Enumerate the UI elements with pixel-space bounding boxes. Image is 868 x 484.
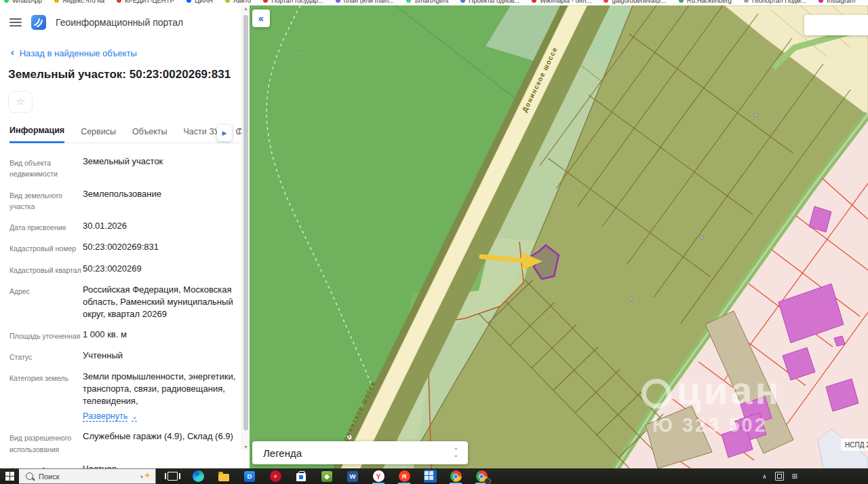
chevron-up-down-icon: ⌃⌄ <box>453 449 458 457</box>
bookmark-label: Instagram <box>827 0 855 4</box>
tab-parcel-parts[interactable]: Части ЗУ <box>183 127 219 143</box>
bookmark-favicon <box>744 0 749 3</box>
taskbar-green-app-icon[interactable]: ◆ <box>319 468 335 484</box>
hamburger-menu-icon[interactable] <box>9 18 22 26</box>
tab-objects[interactable]: Объекты <box>132 127 167 143</box>
page-title: Земельный участок: 50:23:0020269:831 <box>8 68 241 81</box>
tabs-bar: Информация Сервисы Объекты Части ЗУ Сост… <box>9 124 241 143</box>
bookmark-item[interactable]: Ru.Hackenberg <box>679 0 732 4</box>
back-link[interactable]: ‹ Назад в найденные объекты <box>11 48 241 58</box>
legend-toggle[interactable]: Легенда ⌃⌄ <box>252 441 468 464</box>
field-row-address: Адрес Российская Федерация, Московская о… <box>9 284 241 320</box>
bookmark-item[interactable]: Яндекс.что на <box>54 0 104 4</box>
field-value: Учтенный <box>83 350 237 362</box>
bookmark-item[interactable]: SmartAgent <box>406 0 448 4</box>
taskbar-red-emblem-icon[interactable]: ✶ <box>267 468 283 484</box>
app-title: Геоинформационный портал <box>56 17 183 28</box>
bookmark-item[interactable]: Портал государ... <box>263 0 323 4</box>
right-arrow-icon: ▶ <box>222 130 227 136</box>
back-chevron-icon: ‹ <box>11 47 14 58</box>
bookmark-item[interactable]: КРЕДИТ-ЦЕНТР <box>117 0 174 4</box>
expand-link[interactable]: Развернуть⌄ <box>83 411 138 422</box>
chevron-down-icon: ⌄ <box>132 412 137 422</box>
map-attribution: НСПД 2 <box>841 439 868 451</box>
tray-icon-2[interactable]: ⊞ <box>792 472 797 480</box>
bookmark-item[interactable]: Instagram <box>818 0 855 4</box>
map-canvas[interactable]: Донинское шоссе Донинское шоссе « циан Ю… <box>250 5 868 468</box>
bookmark-label: Проекты однов... <box>469 0 519 4</box>
search-placeholder: Поиск <box>39 472 59 481</box>
bookmark-favicon <box>818 0 823 3</box>
tray-expand-icon[interactable]: ∧ <box>762 473 767 480</box>
taskbar-yandex-browser-icon[interactable]: Y <box>370 468 387 484</box>
taskbar-word-icon[interactable]: W <box>344 468 361 484</box>
field-label: Вид разрешенного использования <box>9 430 83 455</box>
back-link-label: Назад в найденные объекты <box>20 48 137 58</box>
bookmark-label: Яндекс.что на <box>62 0 104 4</box>
scroll-down-icon[interactable]: ▼ <box>242 445 250 449</box>
start-button[interactable] <box>0 468 19 484</box>
windows-logo-icon <box>5 472 14 481</box>
bookmark-item[interactable]: ЦИАН <box>186 0 213 4</box>
field-value: 30.01.2026 <box>83 220 237 233</box>
bookmark-favicon <box>186 0 191 3</box>
bookmark-label: Wikimapia - онл... <box>540 0 591 4</box>
taskbar-edge-icon[interactable] <box>190 468 206 484</box>
search-icon <box>26 472 33 480</box>
taskbar-yandex-icon[interactable]: Я <box>396 468 412 484</box>
taskbar-task-view-icon[interactable] <box>164 468 180 484</box>
bookmark-item[interactable]: план (или main... <box>336 0 394 4</box>
tabs-scroll-right-button[interactable]: ▶ <box>217 125 232 141</box>
field-row-status: Статус Учтенный <box>9 350 241 362</box>
taskbar-search-box[interactable]: Поиск ✦ <box>19 468 156 484</box>
bookmark-favicon <box>406 0 411 3</box>
field-value: Землепользование <box>83 188 237 212</box>
field-row-area: Площадь уточненная 1 000 кв. м <box>9 329 241 341</box>
field-value: Земли промышленности, энергетики, трансп… <box>83 371 235 406</box>
scrollbar-thumb[interactable] <box>243 15 248 430</box>
collapse-panel-button[interactable]: « <box>252 10 270 27</box>
map-layers: Донинское шоссе Донинское шоссе <box>250 5 868 468</box>
star-icon: ☆ <box>16 96 24 108</box>
bookmark-label: gaigorodeneva@... <box>612 0 666 4</box>
field-label: Форма собственности <box>9 463 83 468</box>
bookmark-favicon <box>225 0 230 3</box>
taskbar-blue-app-icon[interactable]: D <box>241 468 258 484</box>
taskbar-chrome-icon[interactable] <box>448 468 464 484</box>
panel-scrollbar[interactable]: ▲ ▼ <box>241 5 250 450</box>
bookmark-item[interactable]: Проекты однов... <box>460 0 519 4</box>
bookmark-label: Авито <box>233 0 251 4</box>
field-value: 1 000 кв. м <box>83 329 237 341</box>
bookmark-label: КРЕДИТ-ЦЕНТР <box>125 0 174 4</box>
scroll-up-icon[interactable]: ▲ <box>242 6 250 11</box>
legend-label: Легенда <box>263 447 302 459</box>
field-row-ownership: Форма собственности Частная <box>9 463 241 468</box>
bookmark-label: Ru.Hackenberg <box>687 0 732 4</box>
attributes-list: Вид объекта недвижимости Земельный участ… <box>0 143 241 468</box>
panel-header: Геоинформационный портал <box>0 5 241 33</box>
tab-information[interactable]: Информация <box>9 126 64 143</box>
bookmark-favicon <box>117 0 121 3</box>
field-label: Кадастровый квартал <box>9 263 83 276</box>
bookmark-label: Портал государ... <box>271 0 323 4</box>
taskbar-explorer-icon[interactable] <box>216 468 232 484</box>
taskbar-store-icon[interactable] <box>293 468 309 484</box>
taskbar-chrome-profile-icon[interactable] <box>473 468 490 484</box>
map-toolbar-box[interactable] <box>804 15 868 35</box>
bookmark-item[interactable]: Wikimapia - онл... <box>532 0 591 4</box>
object-info-panel: Геоинформационный портал ‹ Назад в найде… <box>0 5 241 468</box>
bookmark-favicon <box>532 0 536 3</box>
bookmark-item[interactable]: Авито <box>225 0 251 4</box>
bookmark-item[interactable]: gaigorodeneva@... <box>604 0 666 4</box>
favorite-star-button[interactable]: ☆ <box>8 91 33 113</box>
browser-bookmarks-bar: WhatsApp Яндекс.что на КРЕДИТ-ЦЕНТР ЦИАН <box>0 0 868 5</box>
bookmark-item[interactable]: Геопортал Подм... <box>744 0 806 4</box>
field-row-object-kind: Вид объекта недвижимости Земельный участ… <box>9 155 241 180</box>
field-label: Адрес <box>9 284 83 320</box>
bookmark-favicon <box>54 0 59 3</box>
tab-services[interactable]: Сервисы <box>81 127 116 143</box>
field-value: 50:23:0020269 <box>83 263 237 276</box>
bookmark-item[interactable]: WhatsApp <box>4 0 42 4</box>
taskbar-calculator-icon[interactable] <box>422 468 438 484</box>
tray-icon-1[interactable] <box>775 472 784 481</box>
